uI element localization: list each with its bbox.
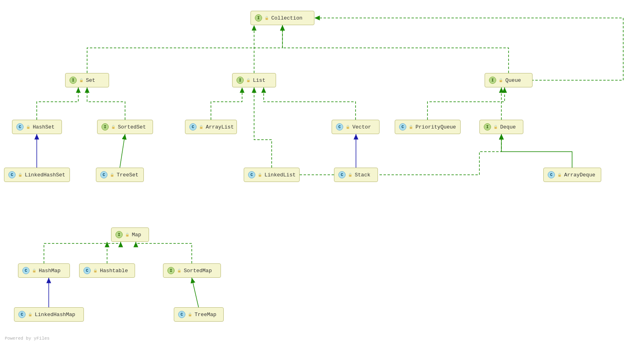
node-hashset[interactable]: C🔒HashSet: [12, 120, 62, 134]
node-label-priorityqueue: PriorityQueue: [415, 124, 456, 130]
node-sortedset[interactable]: I🔒SortedSet: [97, 120, 153, 134]
badge-sortedset: I: [101, 123, 109, 130]
badge-collection: I: [255, 14, 262, 22]
lock-icon: 🔒: [246, 78, 250, 83]
badge-hashtable: C: [83, 267, 91, 274]
node-label-linkedlist: LinkedList: [264, 172, 296, 178]
node-arraylist[interactable]: C🔒ArrayList: [185, 120, 237, 134]
node-sortedmap[interactable]: I🔒SortedMap: [163, 263, 221, 278]
node-label-hashset: HashSet: [33, 124, 55, 130]
lock-icon: 🔒: [493, 125, 498, 129]
badge-hashmap: C: [22, 267, 30, 274]
lock-icon: 🔒: [258, 173, 262, 177]
node-hashtable[interactable]: C🔒Hashtable: [79, 263, 135, 278]
node-deque[interactable]: I🔒Deque: [479, 120, 523, 134]
node-vector[interactable]: C🔒Vector: [332, 120, 380, 134]
badge-linkedlist: C: [248, 171, 255, 178]
watermark: Powered by yFiles: [5, 336, 50, 341]
node-label-map: Map: [132, 232, 141, 238]
lock-icon: 🔒: [26, 125, 30, 129]
lock-icon: 🔒: [110, 173, 114, 177]
node-arraydeque[interactable]: C🔒ArrayDeque: [543, 168, 601, 182]
lock-icon: 🔒: [188, 312, 192, 317]
badge-deque: I: [484, 123, 491, 130]
node-label-arraylist: ArrayList: [206, 124, 234, 130]
badge-treemap: C: [178, 311, 185, 318]
lock-icon: 🔒: [409, 125, 413, 129]
badge-list: I: [237, 77, 244, 84]
badge-vector: C: [336, 123, 343, 130]
lock-icon: 🔒: [32, 269, 36, 273]
node-hashmap[interactable]: C🔒HashMap: [18, 263, 70, 278]
badge-linkedhashset: C: [8, 171, 16, 178]
node-linkedhashset[interactable]: C🔒LinkedHashSet: [4, 168, 70, 182]
badge-map: I: [115, 231, 123, 238]
node-label-vector: Vector: [352, 124, 371, 130]
node-label-sortedmap: SortedMap: [184, 268, 212, 274]
node-label-linkedhashset: LinkedHashSet: [25, 172, 65, 178]
badge-treeset: C: [100, 171, 107, 178]
node-queue[interactable]: I🔒Queue: [485, 73, 533, 87]
node-label-deque: Deque: [500, 124, 516, 130]
node-label-stack: Stack: [355, 172, 370, 178]
node-label-queue: Queue: [505, 77, 521, 83]
lock-icon: 🔒: [79, 78, 83, 83]
node-label-treemap: TreeMap: [195, 312, 217, 318]
badge-hashset: C: [16, 123, 24, 130]
node-treemap[interactable]: C🔒TreeMap: [174, 307, 224, 322]
lock-icon: 🔒: [28, 312, 32, 317]
node-label-set: Set: [86, 77, 95, 83]
badge-arraylist: C: [189, 123, 197, 130]
node-label-list: List: [253, 77, 265, 83]
node-collection[interactable]: I🔒Collection: [250, 11, 314, 25]
node-label-hashtable: Hashtable: [100, 268, 128, 274]
lock-icon: 🔒: [348, 173, 352, 177]
badge-stack: C: [338, 171, 346, 178]
badge-linkedhashmap: C: [18, 311, 26, 318]
lock-icon: 🔒: [111, 125, 115, 129]
badge-set: I: [70, 77, 77, 84]
lock-icon: 🔒: [18, 173, 22, 177]
node-linkedhashmap[interactable]: C🔒LinkedHashMap: [14, 307, 84, 322]
lock-icon: 🔒: [264, 16, 269, 20]
node-map[interactable]: I🔒Map: [111, 227, 149, 242]
lock-icon: 🔒: [125, 233, 129, 237]
node-label-arraydeque: ArrayDeque: [564, 172, 595, 178]
diagram-canvas: I🔒CollectionI🔒SetI🔒ListI🔒QueueC🔒HashSetI…: [0, 0, 644, 344]
node-stack[interactable]: C🔒Stack: [334, 168, 378, 182]
badge-priorityqueue: C: [399, 123, 406, 130]
node-list[interactable]: I🔒List: [232, 73, 276, 87]
node-treeset[interactable]: C🔒TreeSet: [96, 168, 144, 182]
node-label-hashmap: HashMap: [39, 268, 61, 274]
lock-icon: 🔒: [177, 269, 181, 273]
node-set[interactable]: I🔒Set: [65, 73, 109, 87]
node-label-linkedhashmap: LinkedHashMap: [35, 312, 75, 318]
node-priorityqueue[interactable]: C🔒PriorityQueue: [395, 120, 461, 134]
node-linkedlist[interactable]: C🔒LinkedList: [244, 168, 300, 182]
lock-icon: 🔒: [199, 125, 203, 129]
lock-icon: 🔒: [93, 269, 97, 273]
lock-icon: 🔒: [346, 125, 350, 129]
node-label-treeset: TreeSet: [117, 172, 139, 178]
badge-sortedmap: I: [167, 267, 175, 274]
badge-queue: I: [489, 77, 496, 84]
lock-icon: 🔒: [557, 173, 562, 177]
node-label-collection: Collection: [271, 15, 302, 21]
lock-icon: 🔒: [499, 78, 503, 83]
node-label-sortedset: SortedSet: [118, 124, 146, 130]
badge-arraydeque: C: [548, 171, 555, 178]
